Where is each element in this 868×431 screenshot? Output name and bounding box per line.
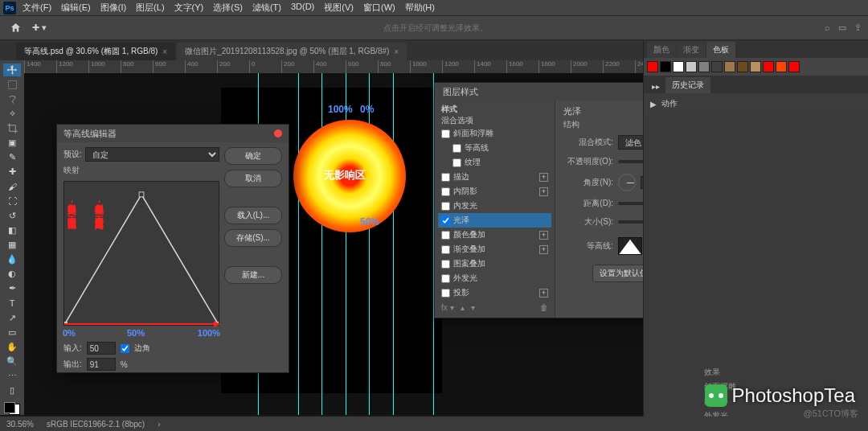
add-effect-icon[interactable]: + [539,173,548,182]
output-field[interactable] [87,358,116,371]
menu-编辑(E)[interactable]: 编辑(E) [56,0,96,15]
zoom-level[interactable]: 30.56% [6,420,34,429]
trash-icon[interactable]: 🗑 [540,303,548,312]
add-effect-icon[interactable]: + [539,187,548,196]
swatch[interactable] [776,61,787,72]
menu-图层(L)[interactable]: 图层(L) [131,0,169,15]
ls-item-checkbox[interactable] [452,158,461,167]
effect-item[interactable]: 效果 [699,365,860,380]
input-field[interactable] [87,342,116,355]
ls-blend-options[interactable]: 混合选项 [438,115,551,126]
up-icon[interactable]: ▴ [461,303,465,312]
menu-视图(V)[interactable]: 视图(V) [319,0,358,15]
contour-dialog-title-bar[interactable]: 等高线编辑器 [57,125,289,142]
preset-select[interactable]: 自定 [85,147,219,162]
menu-图像(I)[interactable]: 图像(I) [96,0,131,15]
gradient-tool[interactable]: ▦ [3,239,21,252]
swatch[interactable] [763,61,774,72]
more-tools-icon[interactable]: ⋯ [3,370,21,383]
ls-item-checkbox[interactable] [441,260,450,269]
hand-tool[interactable]: ✋ [3,340,21,353]
ls-item-外发光[interactable]: 外发光 [438,271,551,285]
eyedropper-tool[interactable]: ✎ [3,151,21,164]
menu-帮助(H)[interactable]: 帮助(H) [400,0,440,15]
history-brush-tool[interactable]: ↺ [3,209,21,222]
ls-item-checkbox[interactable] [441,245,450,254]
ls-item-图案叠加[interactable]: 图案叠加 [438,257,551,271]
history-item[interactable]: ▶动作 [650,96,862,111]
heal-tool[interactable]: ✚ [3,166,21,179]
guide-line[interactable] [321,73,322,415]
document-tab[interactable]: 等高线.psd @ 30.6% (椭圆 1, RGB/8)× [16,43,175,60]
ls-styles-header[interactable]: 样式 [438,104,551,115]
lasso-tool[interactable] [3,92,21,105]
zoom-tool[interactable]: 🔍 [3,355,21,368]
eraser-tool[interactable]: ◧ [3,224,21,236]
new-button[interactable]: 新建... [224,266,282,284]
add-effect-icon[interactable]: + [539,245,548,254]
ls-item-checkbox[interactable] [441,274,450,283]
menu-3D(D)[interactable]: 3D(D) [286,0,319,15]
contour-thumbnail[interactable] [618,237,642,255]
ls-item-checkbox[interactable] [441,129,450,138]
guide-line[interactable] [298,73,299,415]
swatch[interactable] [647,61,658,72]
blur-tool[interactable]: 💧 [3,253,21,266]
pen-tool[interactable]: ✒ [3,282,21,295]
add-icon[interactable]: ✚ ▾ [32,20,47,36]
ls-item-纹理[interactable]: 纹理 [438,155,551,170]
type-tool[interactable]: T [3,297,21,310]
close-icon[interactable] [274,129,282,138]
tab-history[interactable]: 历史记录 [665,77,710,93]
contour-graph[interactable]: 斜率越大，不透明度越低 斜率越低，不透明度越高 0% 50% 100% [63,181,219,326]
ok-button[interactable]: 确定 [224,147,282,165]
stamp-tool[interactable]: ⛶ [3,195,21,207]
swatch[interactable] [686,61,697,72]
swatch[interactable] [750,61,761,72]
add-effect-icon[interactable]: + [539,231,548,240]
fx-icon[interactable]: fx ▾ [441,303,454,312]
menu-选择(S)[interactable]: 选择(S) [208,0,248,15]
ls-item-checkbox[interactable] [441,289,450,298]
shape-tool[interactable]: ▭ [3,326,21,339]
marquee-tool[interactable] [3,78,21,91]
swatch[interactable] [788,61,800,72]
swatch[interactable] [737,61,748,72]
ls-item-checkbox[interactable] [441,231,450,240]
ls-item-checkbox[interactable] [441,187,450,196]
swatch[interactable] [673,61,684,72]
ls-item-投影[interactable]: 投影+ [438,285,551,300]
ls-item-checkbox[interactable] [452,144,461,153]
workspace-icon[interactable]: ▭ [838,23,846,33]
tab-swatches[interactable]: 色板 [706,42,735,58]
search-icon[interactable]: ⌕ [825,23,830,33]
angle-dial[interactable] [618,174,636,191]
crop-tool[interactable] [3,122,21,135]
menu-文字(Y)[interactable]: 文字(Y) [170,0,209,15]
ls-item-光泽[interactable]: 光泽 [438,213,551,228]
load-button[interactable]: 载入(L)... [224,207,282,224]
share-icon[interactable]: ⇪ [854,23,862,33]
tab-color[interactable]: 颜色 [647,42,676,58]
cancel-button[interactable]: 取消 [224,170,282,187]
ls-item-checkbox[interactable] [441,216,450,225]
corner-checkbox[interactable] [121,344,129,353]
path-tool[interactable]: ↗ [3,311,21,324]
ls-item-内发光[interactable]: 内发光 [438,199,551,213]
ls-item-checkbox[interactable] [441,173,450,182]
swatch[interactable] [698,61,710,72]
guide-line[interactable] [393,73,394,415]
save-button[interactable]: 存储(S)... [224,229,282,247]
menu-文件(F)[interactable]: 文件(F) [18,0,56,15]
add-effect-icon[interactable]: + [539,289,548,298]
frame-tool[interactable]: ▣ [3,137,21,150]
menu-窗口(W)[interactable]: 窗口(W) [358,0,400,15]
ls-item-描边[interactable]: 描边+ [438,170,551,184]
ls-item-渐变叠加[interactable]: 渐变叠加+ [438,242,551,257]
tab-gradient[interactable]: 渐变 [677,42,706,58]
ls-item-内阴影[interactable]: 内阴影+ [438,184,551,199]
ls-item-颜色叠加[interactable]: 颜色叠加+ [438,228,551,242]
ls-item-斜面和浮雕[interactable]: 斜面和浮雕 [438,126,551,141]
menu-滤镜(T)[interactable]: 滤镜(T) [248,0,286,15]
down-icon[interactable]: ▾ [471,303,475,312]
